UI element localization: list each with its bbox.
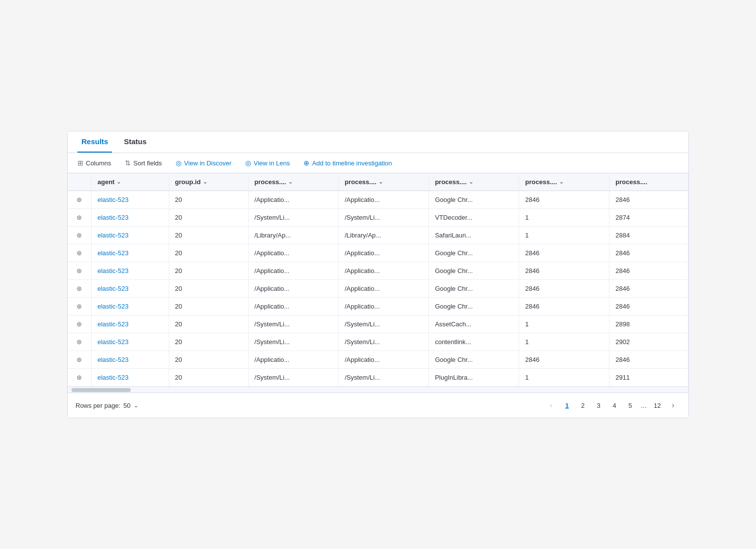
- th-process5: process....: [609, 173, 688, 191]
- process2-cell: /System/Li...: [339, 333, 429, 351]
- process1-cell: /System/Li...: [248, 209, 339, 227]
- page-controls: ‹ 1 2 3 4 5 … 12 ›: [544, 398, 680, 413]
- agent-link[interactable]: elastic-523: [98, 356, 129, 363]
- process2-cell: /Applicatio...: [339, 298, 429, 315]
- expand-cell[interactable]: ⊛: [68, 227, 91, 244]
- expand-cell[interactable]: ⊛: [68, 298, 91, 315]
- lens-icon: ◎: [245, 159, 251, 167]
- th-process4[interactable]: process.... ⌄: [519, 173, 609, 191]
- group-id-cell: 20: [169, 227, 248, 244]
- sort-process1-icon: ⌄: [288, 179, 293, 185]
- process2-cell: /Applicatio...: [339, 280, 429, 298]
- agent-link[interactable]: elastic-523: [98, 232, 129, 239]
- table-row: ⊛ elastic-523 20 /Library/Ap... /Library…: [68, 227, 688, 244]
- expand-row-icon[interactable]: ⊛: [76, 374, 82, 381]
- expand-cell[interactable]: ⊛: [68, 191, 91, 209]
- expand-row-icon[interactable]: ⊛: [76, 214, 82, 221]
- page-12-button[interactable]: 12: [650, 398, 665, 413]
- process3-cell: SafariLaun...: [429, 227, 519, 244]
- group-id-cell: 20: [169, 209, 248, 227]
- expand-row-icon[interactable]: ⊛: [76, 338, 82, 346]
- page-5-button[interactable]: 5: [623, 398, 638, 413]
- expand-cell[interactable]: ⊛: [68, 262, 91, 280]
- process5-cell: 2846: [609, 351, 688, 369]
- group-id-cell: 20: [169, 262, 248, 280]
- columns-button[interactable]: ⊞ Columns: [76, 158, 113, 168]
- view-in-lens-button[interactable]: ◎ View in Lens: [243, 158, 292, 168]
- tab-results[interactable]: Results: [77, 131, 112, 153]
- expand-row-icon[interactable]: ⊛: [76, 267, 82, 274]
- process3-cell: PlugInLibra...: [429, 369, 519, 387]
- expand-cell[interactable]: ⊛: [68, 351, 91, 369]
- page-1-button[interactable]: 1: [560, 398, 574, 413]
- process1-cell: /System/Li...: [248, 369, 339, 387]
- expand-cell[interactable]: ⊛: [68, 315, 91, 333]
- process5-cell: 2846: [609, 262, 688, 280]
- agent-link[interactable]: elastic-523: [98, 374, 129, 381]
- th-agent[interactable]: agent ⌄: [91, 173, 169, 191]
- next-page-button[interactable]: ›: [666, 398, 680, 413]
- table-row: ⊛ elastic-523 20 /Applicatio... /Applica…: [68, 191, 688, 209]
- pagination: Rows per page: 50 ⌄ ‹ 1 2 3 4 5 … 12 ›: [68, 392, 688, 418]
- sort-process3-icon: ⌄: [469, 179, 473, 185]
- page-3-button[interactable]: 3: [591, 398, 606, 413]
- expand-row-icon[interactable]: ⊛: [76, 232, 82, 239]
- th-group-id[interactable]: group.id ⌄: [169, 173, 248, 191]
- scrollbar-area[interactable]: [68, 387, 688, 392]
- process4-cell: 2846: [519, 191, 609, 209]
- agent-link[interactable]: elastic-523: [98, 249, 129, 257]
- expand-cell[interactable]: ⊛: [68, 244, 91, 262]
- process3-cell: Google Chr...: [429, 262, 519, 280]
- tabs-bar: Results Status: [68, 131, 688, 153]
- sort-fields-button[interactable]: ⇅ Sort fields: [123, 158, 164, 168]
- rows-per-page-chevron: ⌄: [134, 402, 138, 409]
- process4-cell: 1: [519, 315, 609, 333]
- agent-link[interactable]: elastic-523: [98, 338, 129, 346]
- expand-row-icon[interactable]: ⊛: [76, 285, 82, 292]
- add-to-timeline-button[interactable]: ⊕ Add to timeline investigation: [302, 158, 394, 168]
- th-process3[interactable]: process.... ⌄: [429, 173, 519, 191]
- process3-cell: Google Chr...: [429, 244, 519, 262]
- agent-link[interactable]: elastic-523: [98, 303, 129, 310]
- expand-row-icon[interactable]: ⊛: [76, 249, 82, 257]
- table-row: ⊛ elastic-523 20 /System/Li... /System/L…: [68, 209, 688, 227]
- expand-row-icon[interactable]: ⊛: [76, 196, 82, 203]
- process5-cell: 2874: [609, 209, 688, 227]
- agent-link[interactable]: elastic-523: [98, 285, 129, 292]
- tab-status[interactable]: Status: [120, 131, 151, 153]
- th-process1[interactable]: process.... ⌄: [248, 173, 339, 191]
- expand-row-icon[interactable]: ⊛: [76, 356, 82, 363]
- expand-cell[interactable]: ⊛: [68, 209, 91, 227]
- process5-cell: 2902: [609, 333, 688, 351]
- table-row: ⊛ elastic-523 20 /Applicatio... /Applica…: [68, 244, 688, 262]
- expand-row-icon[interactable]: ⊛: [76, 320, 82, 328]
- process3-cell: AssetCach...: [429, 315, 519, 333]
- ellipsis: …: [639, 402, 649, 409]
- process5-cell: 2884: [609, 227, 688, 244]
- rows-per-page-selector[interactable]: Rows per page: 50 ⌄: [76, 402, 138, 409]
- scrollbar-thumb[interactable]: [72, 388, 131, 392]
- table-row: ⊛ elastic-523 20 /Applicatio... /Applica…: [68, 262, 688, 280]
- th-process2[interactable]: process.... ⌄: [339, 173, 429, 191]
- expand-row-icon[interactable]: ⊛: [76, 303, 82, 310]
- table-row: ⊛ elastic-523 20 /Applicatio... /Applica…: [68, 280, 688, 298]
- page-4-button[interactable]: 4: [607, 398, 622, 413]
- expand-cell[interactable]: ⊛: [68, 369, 91, 387]
- process2-cell: /Applicatio...: [339, 244, 429, 262]
- agent-link[interactable]: elastic-523: [98, 214, 129, 221]
- expand-cell[interactable]: ⊛: [68, 333, 91, 351]
- agent-link[interactable]: elastic-523: [98, 196, 129, 203]
- table-row: ⊛ elastic-523 20 /Applicatio... /Applica…: [68, 298, 688, 315]
- process3-cell: Google Chr...: [429, 280, 519, 298]
- expand-cell[interactable]: ⊛: [68, 280, 91, 298]
- view-in-discover-button[interactable]: ◎ View in Discover: [174, 158, 233, 168]
- process5-cell: 2898: [609, 315, 688, 333]
- agent-link[interactable]: elastic-523: [98, 267, 129, 274]
- process1-cell: /Applicatio...: [248, 298, 339, 315]
- agent-link[interactable]: elastic-523: [98, 320, 129, 328]
- page-2-button[interactable]: 2: [575, 398, 590, 413]
- process5-cell: 2846: [609, 191, 688, 209]
- agent-cell: elastic-523: [91, 227, 169, 244]
- process1-cell: /Applicatio...: [248, 351, 339, 369]
- prev-page-button[interactable]: ‹: [544, 398, 559, 413]
